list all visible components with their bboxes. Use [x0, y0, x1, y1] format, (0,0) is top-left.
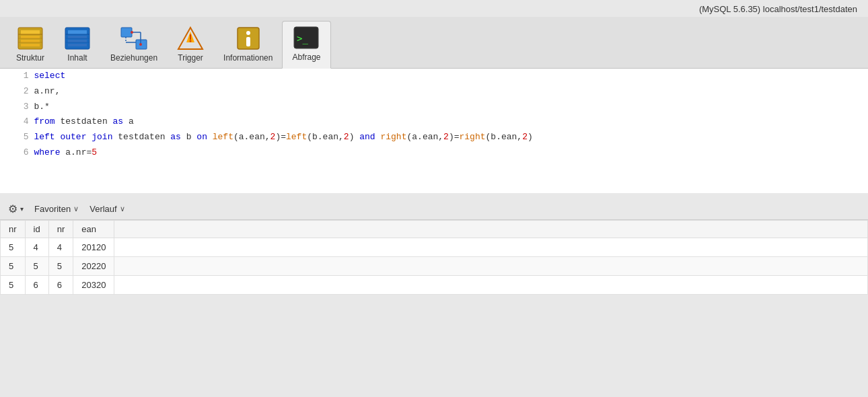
- col-header-ean: ean: [73, 221, 114, 238]
- line-num-5: 5: [0, 130, 31, 145]
- code-line-2: a.nr,: [31, 84, 868, 100]
- table-cell: 6: [25, 276, 48, 295]
- code-row-empty: [0, 161, 868, 176]
- informationen-icon: [235, 26, 262, 50]
- table-cell: 5: [48, 257, 73, 276]
- svg-rect-30: [246, 37, 250, 46]
- tab-informationen[interactable]: Informationen: [214, 22, 282, 68]
- results-header-row: nr id nr ean: [1, 221, 868, 238]
- tab-beziehungen[interactable]: Beziehungen: [101, 22, 167, 68]
- table-cell: 4: [25, 238, 48, 257]
- trigger-icon: [177, 26, 204, 50]
- sql-editor[interactable]: 1 select 2 a.nr, 3 b.* 4 from testdaten …: [0, 69, 868, 193]
- results-table: nr id nr ean 544201205552022056620320: [0, 220, 868, 295]
- svg-rect-10: [68, 36, 87, 38]
- col-header-empty: [114, 221, 868, 238]
- tab-trigger-label: Trigger: [178, 53, 203, 63]
- bottom-panel: ⚙ ▾ Favoriten ∨ Verlauf ∨ nr id nr ean 5…: [0, 199, 868, 295]
- col-header-nr2: nr: [48, 221, 73, 238]
- code-row-5: 5 left outer join testdaten as b on left…: [0, 130, 868, 145]
- window-title: (MySQL 5.6.35) localhost/test1/testdaten: [699, 4, 857, 14]
- line-num-3: 3: [0, 100, 31, 115]
- tab-abfrage-label: Abfrage: [292, 52, 320, 62]
- line-num-2: 2: [0, 84, 31, 100]
- gear-chevron: ▾: [20, 205, 24, 213]
- tab-informationen-label: Informationen: [223, 53, 273, 63]
- tab-abfrage[interactable]: >_ Abfrage: [282, 21, 330, 69]
- table-cell: 20120: [73, 238, 114, 257]
- svg-rect-2: [21, 36, 40, 38]
- struktur-icon: [17, 26, 44, 50]
- svg-rect-1: [21, 30, 40, 34]
- inhalt-icon: [64, 26, 91, 50]
- verlauf-dropdown[interactable]: Verlauf ∨: [89, 204, 124, 214]
- svg-rect-4: [21, 44, 40, 46]
- col-header-id: id: [25, 221, 48, 238]
- favoriten-chevron: ∨: [73, 205, 79, 213]
- line-num-4: 4: [0, 114, 31, 130]
- code-row-2: 2 a.nr,: [0, 84, 868, 100]
- tab-struktur-label: Struktur: [16, 53, 44, 63]
- col-header-nr1: nr: [1, 221, 26, 238]
- code-line-3: b.*: [31, 100, 868, 115]
- scrollbar[interactable]: [0, 193, 868, 199]
- beziehungen-icon: [120, 26, 147, 50]
- svg-point-20: [131, 31, 133, 34]
- tab-inhalt-label: Inhalt: [67, 53, 87, 63]
- code-row-1: 1 select: [0, 69, 868, 84]
- code-row-3: 3 b.*: [0, 100, 868, 115]
- code-row-6: 6 where a.nr=5: [0, 145, 868, 161]
- code-line-5: left outer join testdaten as b on left(a…: [31, 130, 868, 145]
- code-line-6: where a.nr=5: [31, 145, 868, 161]
- svg-rect-9: [68, 30, 87, 34]
- svg-point-27: [190, 40, 192, 42]
- line-num-1: 1: [0, 69, 31, 84]
- code-line-4: from testdaten as a: [31, 114, 868, 130]
- tab-inhalt[interactable]: Inhalt: [54, 22, 101, 68]
- code-row-empty2: [0, 176, 868, 192]
- svg-point-21: [139, 43, 142, 46]
- code-row-4: 4 from testdaten as a: [0, 114, 868, 130]
- verlauf-chevron: ∨: [120, 205, 125, 213]
- svg-rect-16: [121, 28, 132, 37]
- table-cell-empty: [114, 276, 868, 295]
- table-cell: 5: [1, 257, 26, 276]
- tab-trigger[interactable]: Trigger: [167, 22, 214, 68]
- line-num-6: 6: [0, 145, 31, 161]
- bottom-toolbar: ⚙ ▾ Favoriten ∨ Verlauf ∨: [0, 199, 868, 220]
- svg-point-29: [246, 31, 250, 35]
- table-cell: 5: [1, 238, 26, 257]
- table-cell: 20220: [73, 257, 114, 276]
- gear-button[interactable]: ⚙ ▾: [8, 203, 24, 215]
- table-cell-empty: [114, 238, 868, 257]
- svg-rect-12: [68, 44, 87, 46]
- tab-struktur[interactable]: Struktur: [7, 22, 54, 68]
- code-line-1: select: [31, 69, 868, 84]
- favoriten-label: Favoriten: [34, 204, 71, 214]
- verlauf-label: Verlauf: [89, 204, 116, 214]
- toolbar: Struktur Inhalt Beziehungen: [0, 17, 868, 69]
- gear-icon: ⚙: [8, 203, 17, 215]
- svg-rect-11: [68, 40, 87, 42]
- table-row: 56620320: [1, 276, 868, 295]
- code-table: 1 select 2 a.nr, 3 b.* 4 from testdaten …: [0, 69, 868, 191]
- table-row: 54420120: [1, 238, 868, 257]
- title-bar: (MySQL 5.6.35) localhost/test1/testdaten: [0, 0, 868, 17]
- favoriten-dropdown[interactable]: Favoriten ∨: [34, 204, 79, 214]
- table-cell: 5: [1, 276, 26, 295]
- tab-beziehungen-label: Beziehungen: [110, 53, 157, 63]
- table-cell: 20320: [73, 276, 114, 295]
- table-cell: 5: [25, 257, 48, 276]
- table-cell-empty: [114, 257, 868, 276]
- table-row: 55520220: [1, 257, 868, 276]
- table-cell: 6: [48, 276, 73, 295]
- svg-rect-3: [21, 40, 40, 42]
- table-cell: 4: [48, 238, 73, 257]
- svg-text:>_: >_: [297, 33, 308, 44]
- abfrage-icon: >_: [293, 26, 320, 50]
